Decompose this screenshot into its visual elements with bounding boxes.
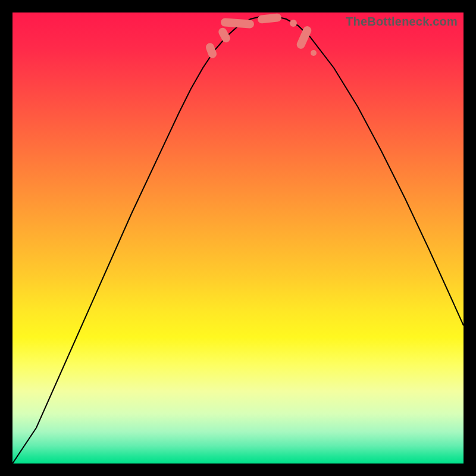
curve-path [12, 16, 464, 464]
watermark-text: TheBottleneck.com [346, 15, 458, 29]
chart-stage: TheBottleneck.com [0, 0, 476, 476]
curve-marker [290, 20, 297, 27]
curve-marker [311, 50, 317, 56]
bottleneck-curve [12, 12, 464, 464]
plot-area: TheBottleneck.com [12, 12, 464, 464]
